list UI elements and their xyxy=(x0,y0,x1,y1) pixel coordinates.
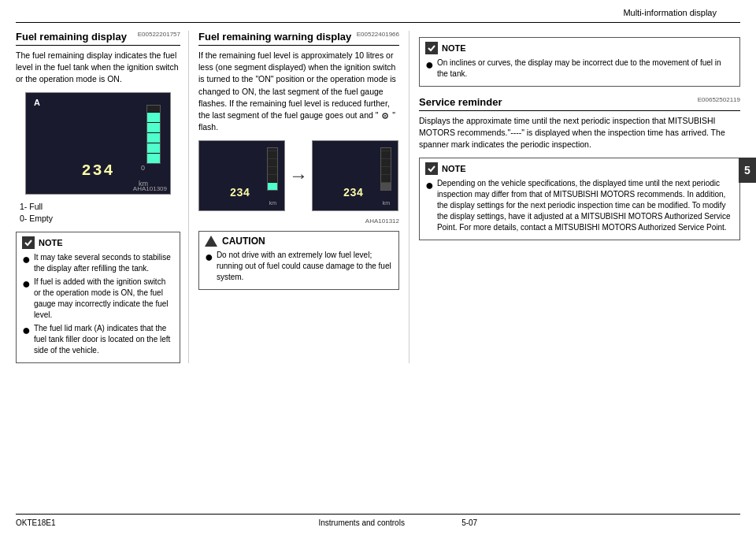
middle-column: Fuel remaining warning display E00522401… xyxy=(189,31,410,363)
note-item-1: ● It may take several seconds to stabili… xyxy=(22,252,174,274)
service-reminder-title-text: Service reminder xyxy=(419,96,502,108)
right-note-text-1: On inclines or curves, the display may b… xyxy=(437,58,734,80)
svg-point-1 xyxy=(384,115,386,117)
spanner-icon xyxy=(380,111,390,121)
left-note-box: NOTE ● It may take several seconds to st… xyxy=(16,232,180,363)
middle-section-body: If the remaining fuel level is approxima… xyxy=(198,50,399,134)
footer-right: 5-07 xyxy=(461,518,477,527)
note-check-icon xyxy=(22,236,35,249)
middle-section-title: Fuel remaining warning display E00522401… xyxy=(198,31,399,46)
small-km-before: km xyxy=(269,200,276,206)
right-note-text-2: Depending on the vehicle specifications,… xyxy=(437,178,734,233)
middle-title-text: Fuel remaining warning display xyxy=(198,31,351,43)
dual-image-container: 234 km → 234 km xyxy=(198,140,399,211)
right-note-item-2: ● Depending on the vehicle specification… xyxy=(425,178,734,233)
caution-label: CAUTION xyxy=(222,236,265,247)
instrument-image-after: 234 km xyxy=(312,140,398,211)
page-header: Multi-information display xyxy=(16,8,740,23)
footer-left: OKTE18E1 xyxy=(16,518,56,527)
fuel-display-image: A 0 234 km AHA101309 xyxy=(25,92,171,195)
dual-image-caption: AHA101312 xyxy=(198,217,399,225)
caution-text-1: Do not drive with an extremely low fuel … xyxy=(217,250,393,283)
middle-section-code: E00522401966 xyxy=(357,31,399,38)
left-column: Fuel remaining display E00522201757 The … xyxy=(16,31,189,363)
note-header: NOTE xyxy=(22,236,174,249)
chapter-tab: 5 xyxy=(739,158,756,183)
note-header-right2: NOTE xyxy=(425,162,734,175)
page-footer: OKTE18E1 Instruments and controls 5-07 xyxy=(16,514,740,527)
note-text-2: If fuel is added with the ignition switc… xyxy=(34,277,174,321)
note-check-icon-right2 xyxy=(425,162,438,175)
bullet-icon: ● xyxy=(425,180,434,191)
fuel-display-items: 1- Full 0- Empty xyxy=(16,201,180,226)
note-header-right1: NOTE xyxy=(425,42,734,54)
bullet-icon: ● xyxy=(22,325,31,336)
caution-item-1: ● Do not drive with an extremely low fue… xyxy=(205,250,393,283)
small-km-after: km xyxy=(383,200,390,206)
instrument-image-before: 234 km xyxy=(198,140,285,211)
header-title: Multi-information display xyxy=(623,8,717,17)
note-label-right2: NOTE xyxy=(442,164,466,173)
caution-box: CAUTION ● Do not drive with an extremely… xyxy=(198,231,399,290)
note-text-3: The fuel lid mark (A) indicates that the… xyxy=(34,323,174,356)
note-item-2: ● If fuel is added with the ignition swi… xyxy=(22,277,174,321)
left-section-body: The fuel remaining display indicates the… xyxy=(16,50,180,86)
note-label: NOTE xyxy=(39,238,63,247)
right-note-box-1: NOTE ● On inclines or curves, the displa… xyxy=(419,37,740,87)
arrow-right-icon: → xyxy=(289,165,308,187)
caution-triangle-icon xyxy=(205,236,217,247)
page-container: Multi-information display 5 Fuel remaini… xyxy=(0,0,756,535)
service-reminder-code: E00652502119 xyxy=(698,96,740,103)
caution-header: CAUTION xyxy=(205,236,393,247)
footer-center: Instruments and controls 5-07 xyxy=(56,518,740,527)
note-check-icon-right1 xyxy=(425,42,438,54)
small-odometer-before: 234 xyxy=(230,187,250,199)
right-note-box-2: NOTE ● Depending on the vehicle specific… xyxy=(419,158,740,240)
tab-number: 5 xyxy=(744,164,750,176)
note-item-3: ● The fuel lid mark (A) indicates that t… xyxy=(22,323,174,356)
right-column: NOTE ● On inclines or curves, the displa… xyxy=(410,31,740,363)
bullet-icon: ● xyxy=(22,254,31,265)
label-a: A xyxy=(34,98,40,107)
odometer-display: 234 xyxy=(81,162,114,180)
service-reminder-title: Service reminder E00652502119 xyxy=(419,96,740,111)
bullet-icon: ● xyxy=(425,59,434,70)
left-section-title: Fuel remaining display E00522201757 xyxy=(16,31,180,46)
left-title-text: Fuel remaining display xyxy=(16,31,127,43)
gauge-zero-label: 0 xyxy=(141,164,145,172)
small-odometer-after: 234 xyxy=(343,187,363,199)
service-reminder-body: Displays the approximate time until the … xyxy=(419,115,740,151)
note-label-right1: NOTE xyxy=(442,43,466,53)
note-text-1: It may take several seconds to stabilise… xyxy=(34,252,174,274)
bullet-icon: ● xyxy=(22,278,31,289)
bullet-icon: ● xyxy=(205,251,213,262)
right-note-item-1: ● On inclines or curves, the display may… xyxy=(425,58,734,80)
left-section-code: E00522201757 xyxy=(138,31,180,38)
list-item: 0- Empty xyxy=(16,213,180,225)
main-content: Fuel remaining display E00522201757 The … xyxy=(0,23,756,363)
image-caption-left: AHA101309 xyxy=(133,185,167,192)
list-item: 1- Full xyxy=(16,201,180,214)
